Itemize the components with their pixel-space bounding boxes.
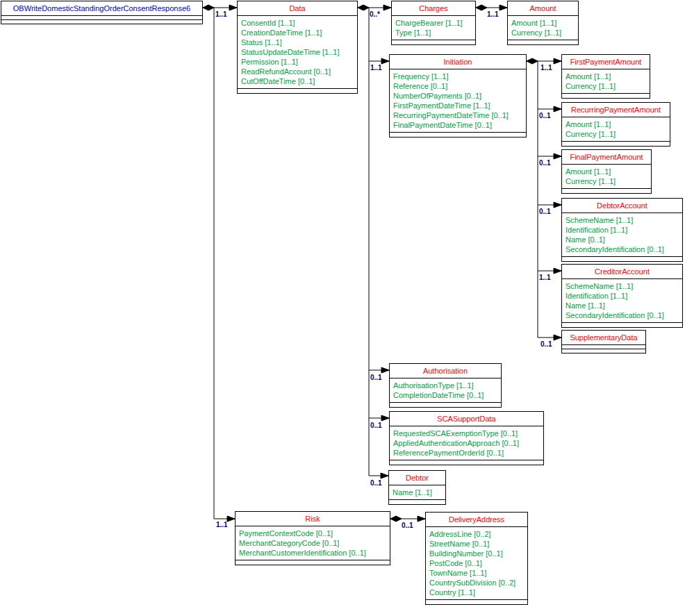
class-box-delivery-address[interactable]: DeliveryAddress AddressLine [0..2] Stree… bbox=[425, 512, 528, 605]
class-title-risk: Risk bbox=[236, 512, 390, 526]
class-attributes-charges: ChargeBearer [1..1] Type [1..1] bbox=[392, 16, 475, 40]
uml-diagram-canvas: 1..1 1..1 0..* 1..1 1..1 0..1 0..1 0..1 … bbox=[0, 0, 685, 616]
class-box-sca-support-data[interactable]: SCASupportData RequestedSCAExemptionType… bbox=[389, 411, 544, 465]
attribute-row: CountrySubDivision [0..2] bbox=[429, 578, 525, 588]
class-box-first-payment-amount[interactable]: FirstPaymentAmount Amount [1..1] Currenc… bbox=[561, 54, 650, 99]
attribute-row: Identification [1..1] bbox=[566, 225, 680, 235]
attribute-row: AddressLine [0..2] bbox=[429, 529, 525, 539]
class-box-initiation[interactable]: Initiation Frequency [1..1] Reference [0… bbox=[389, 54, 527, 138]
attribute-row: Reference [0..1] bbox=[393, 81, 524, 91]
multiplicity-initiation-to-debtor-account: 0..1 bbox=[539, 208, 551, 215]
attribute-row: Type [1..1] bbox=[395, 28, 473, 38]
composition-diamond-risk bbox=[390, 516, 402, 522]
class-operations-compartment-empty bbox=[562, 256, 682, 261]
attribute-row: BuildingNumber [0..1] bbox=[429, 549, 525, 558]
arrowhead-creditor-account bbox=[554, 268, 561, 274]
attribute-row: Identification [1..1] bbox=[566, 291, 680, 301]
attribute-row: ReadRefundAccount [0..1] bbox=[241, 67, 355, 76]
class-box-debtor-account[interactable]: DebtorAccount SchemeName [1..1] Identifi… bbox=[561, 198, 683, 262]
multiplicity-initiation-to-first-payment-amount: 1..1 bbox=[540, 64, 552, 72]
class-title-final-payment-amount: FinalPaymentAmount bbox=[562, 150, 651, 165]
class-title-sca-support-data: SCASupportData bbox=[390, 412, 543, 426]
class-title-creditor-account: CreditorAccount bbox=[562, 265, 682, 279]
arrowhead-amount bbox=[500, 5, 507, 10]
attribute-row: Currency [1..1] bbox=[566, 176, 649, 186]
attribute-row: Amount [1..1] bbox=[566, 119, 668, 129]
class-attributes-first-payment-amount: Amount [1..1] Currency [1..1] bbox=[562, 69, 650, 93]
arrowhead-recurring-payment-amount bbox=[554, 106, 561, 112]
attribute-row: Frequency [1..1] bbox=[393, 72, 524, 81]
arrowhead-sca-support-data bbox=[381, 415, 389, 421]
attribute-row: RecurringPaymentDateTime [0..1] bbox=[393, 110, 524, 120]
multiplicity-root-to-risk: 1..1 bbox=[216, 521, 228, 528]
class-attributes-final-payment-amount: Amount [1..1] Currency [1..1] bbox=[562, 165, 651, 188]
class-operations-compartment-empty bbox=[392, 40, 475, 44]
multiplicity-data-to-sca-support-data: 0..1 bbox=[370, 422, 382, 429]
class-title-debtor: Debtor bbox=[389, 471, 445, 485]
composition-diamond-data bbox=[358, 5, 369, 10]
class-operations-compartment-empty bbox=[562, 322, 682, 327]
class-box-data[interactable]: Data ConsentId [1..1] CreationDateTime [… bbox=[237, 1, 358, 94]
class-operations-compartment-empty bbox=[562, 93, 650, 98]
multiplicity-data-to-authorisation: 0..1 bbox=[370, 374, 382, 381]
attribute-row: PaymentContextCode [0..1] bbox=[239, 528, 388, 538]
multiplicity-initiation-to-creditor-account: 1..1 bbox=[539, 274, 551, 281]
class-operations-compartment-empty bbox=[562, 141, 670, 146]
attribute-row: FinalPaymentDateTime [0..1] bbox=[393, 120, 524, 130]
composition-diamond-charges bbox=[476, 5, 487, 10]
class-attributes-creditor-account: SchemeName [1..1] Identification [1..1] … bbox=[562, 279, 682, 322]
arrowhead-supplementary-data bbox=[554, 335, 561, 340]
class-box-creditor-account[interactable]: CreditorAccount SchemeName [1..1] Identi… bbox=[561, 264, 683, 328]
class-box-charges[interactable]: Charges ChargeBearer [1..1] Type [1..1] bbox=[391, 1, 476, 45]
arrowhead-risk bbox=[227, 516, 235, 522]
class-attributes-delivery-address: AddressLine [0..2] StreetName [0..1] Bui… bbox=[426, 527, 527, 599]
class-operations-compartment-empty bbox=[236, 560, 390, 565]
attribute-row: Status [1..1] bbox=[241, 38, 355, 47]
class-title-data: Data bbox=[238, 1, 357, 16]
arrowhead-debtor-account bbox=[554, 202, 561, 208]
class-title-root: OBWriteDomesticStandingOrderConsentRespo… bbox=[1, 1, 202, 16]
class-box-authorisation[interactable]: Authorisation AuthorisationType [1..1] C… bbox=[389, 363, 502, 408]
arrowhead-data bbox=[229, 5, 237, 10]
composition-diamond-root bbox=[203, 5, 214, 10]
attribute-row: CutOffDateTime [0..1] bbox=[241, 76, 355, 86]
class-box-recurring-payment-amount[interactable]: RecurringPaymentAmount Amount [1..1] Cur… bbox=[561, 102, 670, 147]
attribute-row: Amount [1..1] bbox=[566, 72, 647, 81]
arrowhead-first-payment-amount bbox=[554, 58, 561, 64]
class-attributes-debtor-account: SchemeName [1..1] Identification [1..1] … bbox=[562, 213, 682, 256]
attribute-row: FirstPaymentDateTime [1..1] bbox=[393, 101, 524, 110]
class-box-final-payment-amount[interactable]: FinalPaymentAmount Amount [1..1] Currenc… bbox=[561, 149, 652, 194]
class-title-recurring-payment-amount: RecurringPaymentAmount bbox=[562, 103, 670, 117]
attribute-row: Amount [1..1] bbox=[566, 167, 649, 176]
attribute-row: RequestedSCAExemptionType [0..1] bbox=[393, 428, 541, 438]
class-box-debtor[interactable]: Debtor Name [1..1] bbox=[388, 470, 446, 505]
composition-diamond-initiation bbox=[527, 58, 538, 64]
class-operations-compartment-empty bbox=[562, 188, 651, 193]
attribute-row: StatusUpdateDateTime [1..1] bbox=[241, 47, 355, 57]
attribute-row: Amount [1..1] bbox=[511, 18, 576, 28]
class-title-amount: Amount bbox=[508, 1, 578, 16]
class-attributes-sca-support-data: RequestedSCAExemptionType [0..1] Applied… bbox=[390, 426, 543, 460]
class-box-supplementary-data[interactable]: SupplementaryData bbox=[561, 330, 646, 353]
class-box-root[interactable]: OBWriteDomesticStandingOrderConsentRespo… bbox=[1, 1, 203, 24]
attribute-row: Permission [1..1] bbox=[241, 57, 355, 67]
multiplicity-initiation-to-supplementary-data: 0..1 bbox=[540, 340, 552, 348]
class-operations-compartment-empty bbox=[562, 349, 645, 353]
multiplicity-root-to-data: 1..1 bbox=[215, 10, 227, 18]
multiplicity-data-to-initiation: 1..1 bbox=[370, 64, 382, 72]
arrowhead-final-payment-amount bbox=[554, 153, 561, 159]
attribute-row: MerchantCategoryCode [0..1] bbox=[239, 538, 388, 548]
multiplicity-data-to-debtor: 0..1 bbox=[370, 479, 382, 487]
class-operations-compartment-empty bbox=[390, 460, 543, 465]
attribute-row: Name [1..1] bbox=[566, 301, 680, 310]
attribute-row: Country [1..1] bbox=[429, 588, 525, 597]
class-attributes-authorisation: AuthorisationType [1..1] CompletionDateT… bbox=[390, 378, 501, 402]
attribute-row: TownName [1..1] bbox=[429, 568, 525, 578]
class-box-risk[interactable]: Risk PaymentContextCode [0..1] MerchantC… bbox=[235, 511, 390, 565]
attribute-row: SecondaryIdentification [0..1] bbox=[566, 310, 680, 320]
attribute-row: PostCode [0..1] bbox=[429, 558, 525, 568]
class-box-amount[interactable]: Amount Amount [1..1] Currency [1..1] bbox=[507, 1, 579, 45]
connector-root-to-risk bbox=[214, 8, 235, 519]
attribute-row: SchemeName [1..1] bbox=[566, 281, 680, 291]
class-attributes-initiation: Frequency [1..1] Reference [0..1] Number… bbox=[390, 69, 526, 132]
